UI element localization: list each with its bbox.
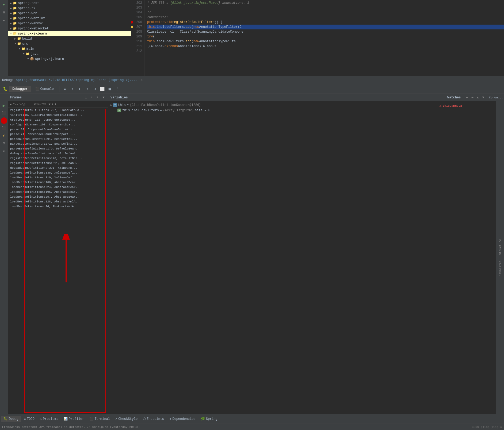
- tree-item-java[interactable]: ▼ 📁 java: [8, 51, 131, 56]
- bottom-tab-todo[interactable]: ≡ TODO: [21, 416, 37, 422]
- coroutines-panel: [480, 101, 496, 414]
- watch-item-error[interactable]: ⚠ this.annota: [437, 102, 480, 109]
- frame-item-2[interactable]: createScanner:132, ComponentScanBe...: [8, 117, 108, 122]
- btn-show-frames[interactable]: ≡: [62, 86, 68, 92]
- frame-item-13[interactable]: loadBeanDefinitions:338, XmlBeanDefi...: [8, 170, 108, 175]
- var-expand-arrow: ▶: [110, 103, 112, 107]
- folder-icon: 📁: [17, 42, 21, 46]
- structure-sidebar: Structure Favorites: [496, 101, 504, 414]
- debug-side-pin[interactable]: ★: [1, 147, 7, 154]
- watch-up-btn[interactable]: ▲: [475, 95, 480, 100]
- btn-run-to-cursor[interactable]: ↺: [91, 86, 98, 92]
- tree-item-spring-websocket[interactable]: ▶ 📁 spring-websocket: [8, 26, 131, 31]
- tab-console[interactable]: ⬛ Console: [32, 86, 57, 92]
- frame-item-8[interactable]: parseBeanDefinitions:179, DefaultBean...: [8, 146, 108, 151]
- btn-step-over[interactable]: ⬆: [69, 86, 75, 92]
- var-eq: =: [160, 109, 162, 112]
- frames-collapse-btn[interactable]: ⬇: [95, 95, 100, 100]
- frame-item-20[interactable]: loadBeanDefinitions:94, AbstractXmlA...: [8, 204, 108, 209]
- variables-content: ▶ f this = {ClassPathBeanDefinitionScann…: [108, 101, 437, 414]
- frame-item-14[interactable]: loadBeanDefinitions:310, XmlBeanDefi...: [8, 175, 108, 180]
- frames-list: registerDefaultFilters:207, ClassPathSc.…: [8, 108, 108, 414]
- debug-close-btn[interactable]: ×: [140, 78, 143, 82]
- frame-item-19[interactable]: loadBeanDefinitions:128, AbstractXmlA...: [8, 199, 108, 204]
- tree-item-spring-xj-learn[interactable]: ▼ 📁 spring-xj-learn: [8, 31, 131, 36]
- btn-more[interactable]: ⋮: [114, 86, 120, 92]
- todo-tab-label: TODO: [27, 417, 35, 421]
- tree-label: build: [22, 37, 32, 41]
- frame-item-0[interactable]: registerDefaultFilters:207, ClassPathSc.…: [8, 108, 108, 113]
- code-line-204: */: [147, 10, 504, 15]
- bottom-tab-terminal[interactable]: ⬛ Terminal: [87, 416, 113, 422]
- collapse-arrow: ▶: [10, 12, 12, 15]
- frame-item-15[interactable]: loadBeanDefinitions:188, AbstractBear...: [8, 180, 108, 185]
- tree-label: spring-websocket: [18, 27, 49, 30]
- debug-side-stop[interactable]: ⬛: [1, 110, 7, 116]
- folder-icon: 📁: [13, 11, 17, 15]
- frame-item-9[interactable]: doRegisterBeanDefinitions:149, Defaul...: [8, 151, 108, 156]
- debug-side-settings[interactable]: ⚙: [1, 140, 7, 146]
- sidebar-icon-run[interactable]: ▶: [1, 1, 7, 7]
- bottom-tab-checkstyle[interactable]: ✓ CheckStyle: [113, 416, 140, 422]
- frames-filter-btn[interactable]: ⊥: [83, 95, 88, 100]
- frame-item-7[interactable]: parseCustomElement:1371, BeanDefini...: [8, 141, 108, 146]
- debug-side-lightning[interactable]: ⚡: [1, 132, 7, 139]
- btn-step-out[interactable]: ⬆: [84, 86, 90, 92]
- debug-session: spring-framework-5.2.18.RELEASE:spring-x…: [16, 78, 137, 82]
- frame-item-6[interactable]: parseCustomElement:1391, BeanDefini...: [8, 137, 108, 141]
- btn-evaluate[interactable]: ⬜: [99, 86, 105, 92]
- tab-debugger[interactable]: Debugger: [9, 86, 31, 92]
- tree-item-spring-webmvc[interactable]: ▶ 📁 spring-webmvc: [8, 21, 131, 26]
- frame-item-17[interactable]: loadBeanDefinitions:195, AbstractBear...: [8, 190, 108, 194]
- line-num-208: 208: [131, 29, 142, 34]
- left-debug-sidebar: ▶ ⬛ ⬛ ⚡ ⚙ ★: [0, 101, 8, 414]
- tree-item-spring-webflux[interactable]: ▶ 📁 spring-webflux: [8, 16, 131, 21]
- profiler-tab-label: Profiler: [69, 417, 84, 421]
- watch-remove-btn[interactable]: −: [470, 95, 475, 100]
- debug-label: Debug:: [2, 78, 14, 82]
- sidebar-icon-favorites[interactable]: ★: [1, 17, 7, 24]
- sidebar-icon-structure[interactable]: ⊟: [1, 9, 7, 16]
- toolbar-separator: [59, 86, 59, 92]
- tree-item-main[interactable]: ▼ 📁 main: [8, 46, 131, 51]
- tree-item-build[interactable]: ▶ 📁 build: [8, 36, 131, 41]
- problems-tab-icon: ⚠: [40, 417, 42, 421]
- tree-item-src[interactable]: ▼ 📁 src: [8, 41, 131, 46]
- frame-item-5[interactable]: parse:74, NamespaceHandlerSupport ...: [8, 132, 108, 137]
- code-line-212: [147, 49, 504, 53]
- tree-item-package[interactable]: ▼ 📦 spring.xj.learn: [8, 56, 131, 62]
- tree-item-spring-web[interactable]: ▶ 📁 spring-web: [8, 11, 131, 16]
- debug-side-resume[interactable]: ▶: [1, 102, 7, 109]
- thread-header-row[interactable]: ▶ "main"@ ... RUNNING ▼ ⬆ ⬇: [8, 101, 108, 108]
- bottom-tab-dependencies[interactable]: ◈ Dependencies: [167, 416, 198, 422]
- var-item-includeFilters[interactable]: ○ ∞ this.includeFilters = {ArrayList@129…: [108, 108, 437, 113]
- frame-item-12[interactable]: doLoadBeanDefinitions:391, XmlBeanD...: [8, 166, 108, 170]
- frame-item-1[interactable]: <init>:166, ClassPathBeanDefinitionSca..…: [8, 113, 108, 117]
- tree-item-spring-test[interactable]: ▶ 📁 spring-test: [8, 1, 131, 6]
- tree-item-spring-tx[interactable]: ▶ 📁 spring-tx: [8, 6, 131, 11]
- frame-item-18[interactable]: loadBeanDefinitions:257, AbstractBear...: [8, 194, 108, 199]
- debug-panels-content: ▶ ⬛ ⬛ ⚡ ⚙ ★ ▶ "main"@ ... RUNNING ▼ ⬆ ⬇ …: [0, 101, 504, 414]
- watch-down-btn[interactable]: ▼: [481, 95, 486, 100]
- debug-side-bp[interactable]: [1, 117, 7, 124]
- bottom-tab-debug[interactable]: 🐛 Debug: [1, 416, 21, 422]
- frame-item-3[interactable]: configureScanner:103, ComponentSca...: [8, 122, 108, 127]
- btn-table[interactable]: ▦: [106, 86, 113, 92]
- frame-item-11[interactable]: registerBeanDefinitions:511, XmlBeanD...: [8, 161, 108, 166]
- bottom-tab-problems[interactable]: ⚠ Problems: [37, 416, 61, 422]
- frames-more-btn[interactable]: ▼: [101, 95, 106, 100]
- frames-expand-btn[interactable]: ⬆: [89, 95, 94, 100]
- code-content: * JSR-330 s {@link javax.inject.Named} a…: [144, 0, 504, 76]
- collapse-arrow: ▼: [23, 52, 25, 55]
- var-item-this[interactable]: ▶ f this = {ClassPathBeanDefinitionScann…: [108, 102, 437, 108]
- watch-add-btn[interactable]: +: [465, 95, 469, 100]
- bottom-tab-spring[interactable]: 🌿 Spring: [198, 416, 220, 422]
- frame-item-10[interactable]: registerBeanDefinitions:96, DefaultBea..…: [8, 156, 108, 161]
- btn-step-into[interactable]: ⬇: [77, 86, 83, 92]
- debug-side-mute[interactable]: ⬛: [1, 125, 7, 131]
- bottom-tab-endpoints[interactable]: ⬡ Endpoints: [140, 416, 167, 422]
- bottom-tab-profiler[interactable]: 📊 Profiler: [61, 416, 87, 422]
- frame-item-4[interactable]: parse:89, ComponentScanBeanDefiniti...: [8, 127, 108, 132]
- thread-up-icon: ⬆: [52, 102, 54, 106]
- frame-item-16[interactable]: loadBeanDefinitions:224, AbstractBear...: [8, 185, 108, 190]
